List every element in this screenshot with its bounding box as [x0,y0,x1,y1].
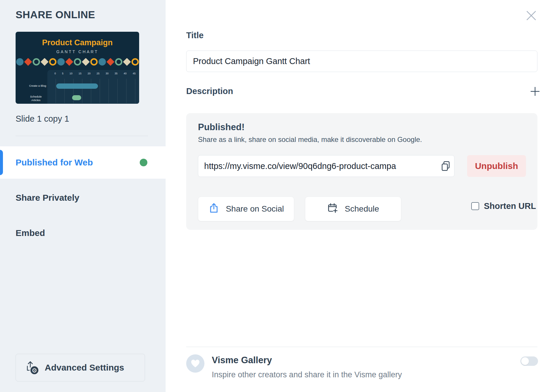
active-indicator [0,150,3,175]
shape-ring-icon [131,58,139,66]
axis-tick: 45 [133,72,136,75]
shape-circle-icon [99,58,106,66]
sidebar-item-share-privately[interactable]: Share Privately [0,182,166,214]
share-on-social-button[interactable]: Share on Social [198,197,294,221]
description-field-label: Description [186,86,233,96]
shorten-url-checkbox-row[interactable]: Shorten URL [471,201,536,211]
sidebar-item-embed[interactable]: Embed [0,217,166,249]
shape-ring-icon [33,58,40,66]
sidebar-item-label: Share Privately [16,193,79,203]
dialog-title: SHARE ONLINE [16,9,95,21]
axis-tick: 5 [62,72,64,75]
thumbnail-title: Product Campaign [16,38,139,47]
visme-gallery-toggle[interactable] [520,356,538,366]
visme-gallery-subtitle: Inspire other creators and share it in t… [212,370,402,379]
schedule-button[interactable]: Schedule [305,197,401,221]
axis-tick: 30 [106,72,109,75]
shape-ring-icon [115,58,122,66]
heart-icon [186,354,204,373]
share-icon [208,202,219,216]
axis-tick: 0 [54,72,56,75]
shape-diamond-icon [24,58,32,66]
gantt-bar-create-a-blog [56,83,98,89]
decorative-shapes [16,58,139,66]
title-input[interactable] [186,51,537,72]
calendar-plus-icon [327,202,338,216]
share-online-dialog: SHARE ONLINE Product Campaign GANTT CHAR… [0,0,553,392]
copy-url-icon[interactable] [441,161,450,171]
shape-diamond-icon [82,58,90,66]
published-subheading: Share as a link, share on social media, … [198,135,422,144]
advanced-settings-label: Advanced Settings [45,363,124,373]
axis-tick: 10 [69,72,72,75]
shape-ring-icon [74,58,81,66]
shape-diamond-icon [41,58,49,66]
gallery-divider [186,347,537,347]
mini-gantt-panel: 0 5 10 15 20 25 30 35 40 45 [47,70,139,104]
sidebar-item-published-for-web[interactable]: Published for Web [0,146,166,179]
gantt-row-label: Create a Blog [21,84,46,87]
add-description-icon[interactable] [530,86,540,96]
axis-tick: 40 [124,72,126,75]
published-status-dot [140,159,147,166]
shape-circle-icon [16,58,24,66]
schedule-label: Schedule [345,204,379,214]
axis-tick: 20 [88,72,91,75]
axis-tick: 15 [79,72,81,75]
title-field-label: Title [186,31,204,40]
gantt-bar-schedule-articles [72,95,81,100]
axis-tick: 35 [115,72,118,75]
svg-text:⚙: ⚙ [32,367,37,374]
gantt-row-label: Schedule Articles [26,95,46,102]
published-heading: Published! [198,122,244,133]
slide-name-label: Slide 1 copy 1 [16,114,69,124]
visme-gallery-title: Visme Gallery [212,355,272,366]
sidebar-item-label: Published for Web [16,158,93,167]
shape-ring-icon [49,58,56,66]
gantt-gridlines [56,79,135,103]
close-icon[interactable] [524,9,538,23]
unpublish-button[interactable]: Unpublish [467,155,526,177]
axis-tick: 25 [96,72,99,75]
toggle-knob [521,357,529,365]
slide-thumbnail: Product Campaign GANTT CHART [16,32,139,104]
sidebar-divider [16,136,148,136]
shape-ring-icon [90,58,98,66]
published-panel: Published! Share as a link, share on soc… [186,113,537,230]
sidebar: SHARE ONLINE Product Campaign GANTT CHAR… [0,0,166,392]
advanced-settings-button[interactable]: ⚙ Advanced Settings [16,354,145,381]
gantt-axis-ticks: 0 5 10 15 20 25 30 35 40 45 [54,72,136,75]
shape-diamond-icon [123,58,131,66]
shorten-url-label: Shorten URL [484,201,536,211]
share-on-social-label: Share on Social [226,204,284,214]
publish-url-input[interactable] [198,155,454,177]
sidebar-item-label: Embed [16,228,45,238]
shorten-url-checkbox[interactable] [471,202,479,210]
main-panel: Title Description Published! Share as a … [166,0,553,392]
shape-diamond-icon [65,58,73,66]
shape-circle-icon [57,58,65,66]
thumbnail-subtitle: GANTT CHART [16,49,139,54]
publish-url-field [198,155,454,177]
shape-diamond-icon [106,58,114,66]
advanced-settings-icon: ⚙ [25,359,39,376]
